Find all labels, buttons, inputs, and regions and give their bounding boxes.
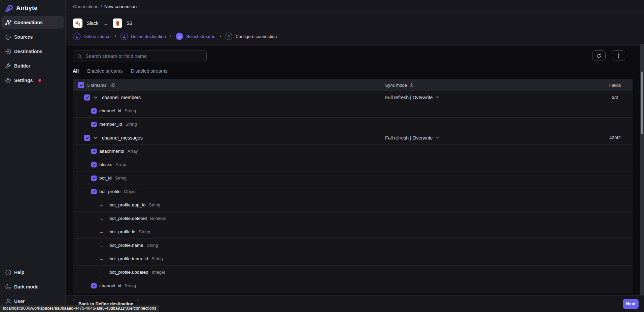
chevron-right-icon: › [114,33,116,39]
sidebar-item-label: Builder [14,63,30,69]
refresh-schema-button[interactable] [592,50,606,61]
tree-elbow-icon [100,256,103,260]
field-checkbox[interactable] [91,122,97,127]
sources-icon [4,33,12,41]
field-datatype: Object [124,189,137,194]
breadcrumb-separator: / [101,4,102,9]
fields-count: 2/2 [593,95,637,100]
step-define-destination[interactable]: 2 Define destination [121,33,166,40]
field-datatype: Array [115,162,126,167]
collapse-rows-button[interactable] [612,50,625,61]
field-row: channel_id String [73,104,633,118]
fields-count: 42/42 [593,135,637,140]
info-icon[interactable] [409,83,414,87]
step-number: 3 [176,33,183,40]
table-header-row: 5 streams Sync mode [73,79,633,91]
arrow-right-icon: → [103,21,108,26]
field-row: channel_id String [73,279,633,292]
select-all-checkbox[interactable] [78,82,84,88]
tab-enabled-streams[interactable]: Enabled streams [87,68,123,77]
field-name: bot_profile.name [109,243,143,248]
field-checkbox[interactable] [91,189,97,194]
tab-all[interactable]: All [73,68,79,77]
source-name: Slack [87,21,98,26]
sidebar-item-settings[interactable]: Settings [1,74,64,87]
streams-content: All Enabled streams Disabled streams 5 s… [66,46,644,295]
destination-name: S3 [126,21,132,26]
field-name: bot_id [99,176,112,181]
breadcrumb-connections-link[interactable]: Connections [73,4,98,9]
streams-table: 5 streams Sync mode [73,79,633,292]
field-datatype: String [149,202,160,207]
help-icon: ? [4,269,12,276]
gear-icon[interactable] [110,82,115,88]
step-configure-connection[interactable]: 4 Configure connection [225,33,277,40]
tree-elbow-icon [100,270,103,273]
chevron-down-icon[interactable] [94,96,98,99]
field-checkbox[interactable] [91,176,97,181]
sidebar-item-destinations[interactable]: Destinations [1,45,64,58]
airbyte-logo[interactable]: Airbyte [0,0,65,13]
field-row: attachments Array [73,145,633,158]
tree-elbow-icon [100,229,103,233]
step-number: 2 [121,33,128,40]
stream-checkbox[interactable] [84,135,90,141]
step-label: Select streams [186,34,215,39]
field-checkbox[interactable] [91,162,97,167]
step-label: Configure connection [235,34,277,39]
nested-field-row: bot_profile.name String [73,239,633,252]
sidebar-bottom: ? Help Dark mode [0,266,65,309]
step-select-streams[interactable]: 3 Select streams [176,33,215,40]
stream-row: channel_messages Full refresh | Overwrit… [73,131,633,145]
field-datatype: Array [128,149,138,154]
sync-mode-cell: Full refresh | Overwrite [385,135,439,141]
chevron-down-icon[interactable] [94,136,98,139]
expand-collapse-icon [616,53,621,58]
nested-field-row: bot_profile.team_id String [73,252,633,266]
field-row: bot_id String [73,171,633,185]
field-checkbox[interactable] [91,108,97,114]
tree-elbow-icon [100,216,103,220]
scrollbar-track[interactable] [640,44,644,295]
stream-search [73,50,207,62]
stream-name: channel_members [102,95,141,100]
field-datatype: String [139,229,150,234]
sidebar-item-builder[interactable]: Builder [1,60,64,72]
gear-icon [4,77,12,84]
chevron-right-icon: › [219,33,221,39]
nested-field-row: bot_profile.id String [73,225,633,239]
field-name: bot_profile [99,189,121,194]
sidebar-item-label: Connections [14,20,43,25]
field-row: blocks Array [73,158,633,171]
streams-count: 5 streams [87,83,106,88]
next-button[interactable]: Next [623,299,639,309]
chevron-down-icon[interactable] [436,96,439,99]
sync-mode-cell: Full refresh | Overwrite [385,95,439,100]
scrollbar-thumb[interactable] [641,72,643,134]
step-define-source[interactable]: 1 Define source [73,33,110,40]
field-name: bot_profile.id [109,229,135,234]
sidebar-item-label: Sources [14,34,33,40]
stream-checkbox[interactable] [84,94,90,101]
step-number: 4 [225,33,232,40]
sidebar-item-dark-mode[interactable]: Dark mode [1,280,64,293]
field-checkbox[interactable] [91,149,97,154]
chevron-down-icon[interactable] [436,136,439,139]
field-checkbox[interactable] [91,283,97,288]
stream-row: channel_members Full refresh | Overwrite… [73,91,633,104]
sidebar-item-help[interactable]: ? Help [1,266,64,279]
tab-disabled-streams[interactable]: Disabled streams [131,68,167,77]
field-datatype: String [126,122,137,127]
sync-mode-value: Full refresh | Overwrite [385,135,433,141]
step-label: Define destination [131,34,166,39]
sidebar-item-connections[interactable]: Connections [1,16,64,29]
tree-elbow-icon [100,202,103,206]
airbyte-app: Airbyte Connections [0,0,644,312]
slack-icon [73,18,82,28]
table-body: channel_members Full refresh | Overwrite… [73,91,633,292]
search-input[interactable] [86,53,202,59]
tree-elbow-icon [100,243,103,246]
sync-mode-header-label: Sync mode [385,83,407,88]
sidebar-nav: Connections Sources Dest [0,16,65,87]
sidebar-item-sources[interactable]: Sources [1,31,64,43]
